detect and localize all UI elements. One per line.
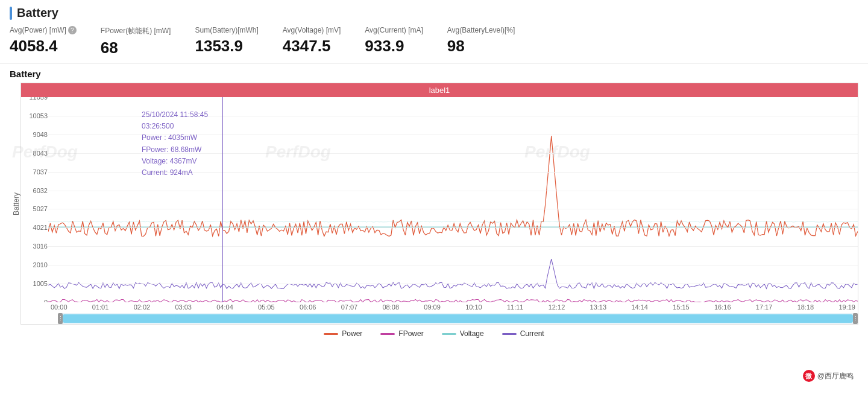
y-tick-label: 6032 <box>22 187 48 194</box>
legend-label: Power <box>342 329 362 338</box>
chart-section: Battery PerfDog PerfDog PerfDog Battery … <box>0 64 868 341</box>
tooltip-time: 03:26:500 <box>142 121 208 132</box>
x-tick: 00:00 <box>51 303 68 311</box>
scrollbar-thumb[interactable] <box>63 314 853 323</box>
x-tick: 12:12 <box>549 303 565 311</box>
tooltip-voltage: Voltage: 4367mV <box>142 156 208 167</box>
y-tick-label: 4021 <box>22 224 48 231</box>
x-tick: 03:03 <box>175 303 192 311</box>
chart-container[interactable]: label1 25/10/2024 11:58:45 03:26:500 Pow… <box>20 83 858 325</box>
metric-label: Avg(Power) [mW]? <box>10 26 77 34</box>
scrollbar-left-handle[interactable]: ⋮ <box>58 313 63 324</box>
y-tick-label: 7037 <box>22 168 48 176</box>
x-tick: 04:04 <box>216 303 233 311</box>
info-icon[interactable]: ? <box>68 26 77 34</box>
title-accent <box>10 7 12 20</box>
metric-value: 98 <box>447 37 515 56</box>
metric-label: Sum(Battery)[mWh] <box>195 26 258 34</box>
tooltip-fpower: FPower: 68.68mW <box>142 144 208 156</box>
legend-color-line <box>324 333 338 335</box>
x-tick: 02:02 <box>134 303 151 311</box>
social-badge: 微@西厅鹿鸣 <box>803 370 854 382</box>
legend-label: FPower <box>398 329 423 338</box>
tooltip-current: Current: 924mA <box>142 167 208 179</box>
y-tick-label: 11059 <box>22 97 48 101</box>
x-tick: 18:18 <box>797 303 814 311</box>
x-tick: 09:09 <box>424 303 441 311</box>
y-tick-label: 10053 <box>22 112 48 119</box>
chart-wrapper: Battery label1 25/10/2024 11:58:45 03:26… <box>10 83 858 325</box>
metric-value: 1353.9 <box>195 37 258 56</box>
metric-label: Avg(Voltage) [mV] <box>283 26 341 34</box>
legend: PowerFPowerVoltageCurrent <box>10 329 858 341</box>
tooltip-box: 25/10/2024 11:58:45 03:26:500 Power : 40… <box>142 109 208 179</box>
metric-label: Avg(BatteryLevel)[%] <box>447 26 515 34</box>
fpower-line <box>48 299 858 302</box>
label-bar: label1 <box>21 83 858 97</box>
x-tick: 13:13 <box>590 303 607 311</box>
x-tick: 17:17 <box>756 303 773 311</box>
y-tick-label: 5027 <box>22 205 48 212</box>
metrics-row: Avg(Power) [mW]?4058.4FPower(帧能耗) [mW]68… <box>10 26 858 57</box>
x-tick: 10:10 <box>465 303 482 311</box>
legend-color-line <box>442 333 456 335</box>
grid-line <box>48 284 858 284</box>
x-tick: 06:06 <box>300 303 316 311</box>
tooltip-power: Power : 4035mW <box>142 132 208 144</box>
y-tick-label: 0 <box>22 299 48 302</box>
metric-item: Avg(BatteryLevel)[%]98 <box>447 26 515 56</box>
x-tick: 01:01 <box>92 303 109 311</box>
title-bar: Battery <box>10 6 858 20</box>
legend-item: Voltage <box>442 329 484 338</box>
metric-value: 933.9 <box>365 37 423 56</box>
x-tick: 07:07 <box>341 303 358 311</box>
metric-item: Avg(Voltage) [mV]4347.5 <box>283 26 341 56</box>
metric-label: Avg(Current) [mA] <box>365 26 423 34</box>
x-tick: 05:05 <box>258 303 275 311</box>
x-tick: 15:15 <box>673 303 690 311</box>
y-tick-label: 8043 <box>22 150 48 157</box>
x-tick: 11:11 <box>507 303 524 311</box>
legend-label: Voltage <box>460 329 484 338</box>
weibo-icon: 微 <box>803 370 815 382</box>
metric-item: Sum(Battery)[mWh]1353.9 <box>195 26 258 56</box>
legend-item: FPower <box>380 329 423 338</box>
y-tick-label: 1005 <box>22 280 48 287</box>
voltage-line <box>48 221 858 223</box>
chart-inner: 25/10/2024 11:58:45 03:26:500 Power : 40… <box>21 97 858 302</box>
metric-item: Avg(Current) [mA]933.9 <box>365 26 423 56</box>
metric-value: 68 <box>101 39 171 57</box>
top-section: Battery Avg(Power) [mW]?4058.4FPower(帧能耗… <box>0 0 868 64</box>
grid-line <box>48 265 858 265</box>
x-tick: 08:08 <box>383 303 400 311</box>
cursor-line <box>222 97 223 302</box>
x-tick: 16:16 <box>714 303 731 311</box>
y-tick-label: 2010 <box>22 261 48 268</box>
x-axis: 00:0001:0102:0203:0304:0405:0506:0607:07… <box>48 303 858 311</box>
x-tick: 14:14 <box>631 303 648 311</box>
grid-line <box>48 246 858 247</box>
y-tick-label: 9048 <box>22 131 48 138</box>
scrollbar[interactable]: ⋮ ⋮ <box>58 313 858 324</box>
metric-value: 4058.4 <box>10 37 77 56</box>
x-tick: 19:19 <box>838 303 855 311</box>
y-axis-label: Battery <box>10 83 20 325</box>
grid-line <box>48 209 858 209</box>
legend-item: Power <box>324 329 362 338</box>
legend-color-line <box>380 333 395 335</box>
section-title: Battery <box>17 6 58 20</box>
scrollbar-right-handle[interactable]: ⋮ <box>853 313 858 324</box>
tooltip-date: 25/10/2024 11:58:45 <box>142 109 208 121</box>
legend-color-line <box>502 333 517 335</box>
grid-line <box>48 191 858 191</box>
y-tick-label: 3016 <box>22 243 48 250</box>
metric-label: FPower(帧能耗) [mW] <box>101 26 171 36</box>
metric-item: FPower(帧能耗) [mW]68 <box>101 26 171 57</box>
legend-label: Current <box>520 329 544 338</box>
grid-line <box>48 227 858 228</box>
chart-title: Battery <box>10 69 858 79</box>
legend-item: Current <box>502 329 544 338</box>
metric-item: Avg(Power) [mW]?4058.4 <box>10 26 77 56</box>
metric-value: 4347.5 <box>283 37 341 56</box>
label-bar-text: label1 <box>429 86 450 95</box>
